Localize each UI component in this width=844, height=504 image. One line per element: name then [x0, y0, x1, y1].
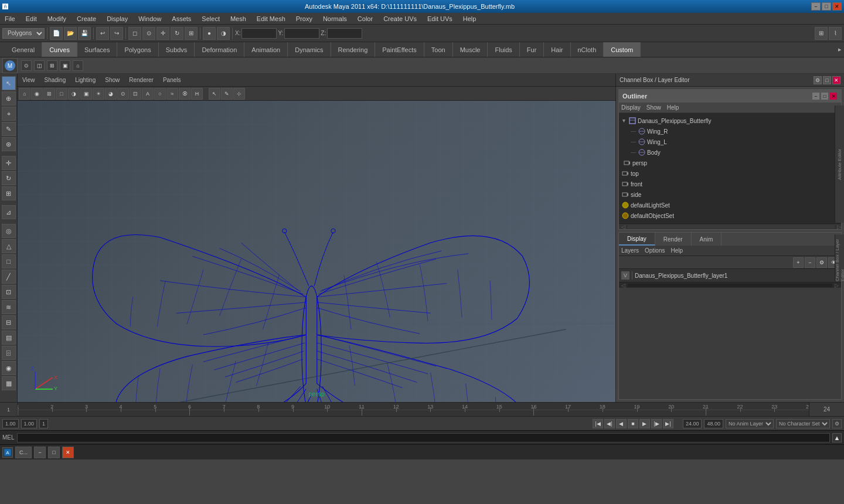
camera-btn[interactable]: ◉	[2, 361, 16, 375]
x-field[interactable]	[241, 28, 277, 39]
cb-icon-delete-layer[interactable]: −	[805, 257, 815, 268]
tab-hair[interactable]: Hair	[544, 42, 570, 57]
bridge-btn[interactable]: ≋	[2, 300, 16, 314]
menu-edit[interactable]: Edit	[23, 15, 39, 23]
channel-box-scroll[interactable]: ◁ ▷	[619, 282, 841, 288]
menu-display[interactable]: Display	[104, 15, 130, 23]
append-poly-btn[interactable]: □	[2, 254, 16, 268]
outliner-close-btn[interactable]: ✕	[829, 92, 838, 100]
vp-menu-show[interactable]: Show	[103, 76, 122, 84]
taskbar-close-btn[interactable]: ✕	[62, 447, 74, 458]
menu-create-uvs[interactable]: Create UVs	[381, 15, 419, 23]
cb-icon-new-layer[interactable]: +	[793, 257, 804, 268]
tree-item-body[interactable]: — Body	[619, 147, 841, 158]
tree-item-wing-r[interactable]: — Wing_R	[619, 126, 841, 137]
maximize-button[interactable]: □	[822, 2, 831, 11]
outliner-maximize-btn[interactable]: □	[821, 92, 829, 100]
outliner-menu-help[interactable]: Help	[667, 104, 679, 111]
cb-close-btn[interactable]: ✕	[832, 76, 840, 84]
playback-options-btn[interactable]: ⚙	[832, 419, 842, 428]
create-poly-btn[interactable]: △	[2, 239, 16, 253]
cb-settings-btn[interactable]: ⚙	[814, 76, 822, 84]
taskbar-restore-btn[interactable]: □	[48, 447, 60, 458]
split-poly-btn[interactable]: ╱	[2, 270, 16, 284]
tree-item-default-object-set[interactable]: defaultObjectSet	[619, 210, 841, 221]
move-btn[interactable]: ✛	[2, 156, 16, 170]
open-scene-button[interactable]: 📂	[64, 27, 77, 40]
cb-subtab-options[interactable]: Options	[645, 247, 665, 254]
sculpt-btn[interactable]: ⊛	[2, 137, 16, 151]
vp-icon-dof[interactable]: ⦿	[179, 88, 190, 100]
vp-menu-panels[interactable]: Panels	[161, 76, 183, 84]
cb-subtab-help[interactable]: Help	[671, 247, 683, 254]
tab-polygons[interactable]: Polygons	[117, 42, 158, 57]
cb-tab-anim[interactable]: Anim	[692, 233, 722, 246]
rotate-btn[interactable]: ↻	[2, 171, 16, 185]
soft-select-btn[interactable]: ◎	[2, 224, 16, 238]
menu-assets[interactable]: Assets	[169, 15, 193, 23]
close-button[interactable]: ✕	[832, 2, 842, 11]
select-tool-btn[interactable]: ↖	[2, 76, 16, 90]
layer-visibility-toggle[interactable]: V	[621, 271, 629, 280]
tree-item-default-light-set[interactable]: defaultLightSet	[619, 200, 841, 210]
tab-surfaces[interactable]: Surfaces	[77, 42, 117, 57]
tab-muscle[interactable]: Muscle	[453, 42, 488, 57]
tab-fur[interactable]: Fur	[520, 42, 544, 57]
cb-tab-display[interactable]: Display	[619, 233, 655, 246]
cb-subtab-layers[interactable]: Layers	[621, 247, 639, 254]
scale-tool[interactable]: ⊞	[185, 27, 198, 40]
lasso-tool[interactable]: ⊙	[142, 27, 155, 40]
vp-icon-grid[interactable]: ⊞	[43, 88, 55, 100]
tab-rendering[interactable]: Rendering	[331, 42, 376, 57]
outliner-menu-show[interactable]: Show	[646, 104, 661, 111]
vp-icon-xray[interactable]: ⊙	[117, 88, 129, 100]
vp-icon-isolate[interactable]: ⊡	[130, 88, 141, 100]
tree-item-top[interactable]: top	[619, 168, 841, 179]
vp-icon-light[interactable]: ☀	[93, 88, 104, 100]
tab-scroll-right[interactable]: ▸	[836, 42, 844, 57]
scale-btn[interactable]: ⊞	[2, 186, 16, 200]
toolbar-icon-2[interactable]: ◫	[34, 60, 45, 71]
vp-icon-camera[interactable]: ◉	[31, 88, 43, 100]
vp-icon-paint[interactable]: ✎	[221, 88, 233, 100]
mel-input[interactable]	[17, 433, 830, 442]
toolbar-icon-3[interactable]: ⊞	[47, 60, 57, 71]
redo-button[interactable]: ↪	[110, 27, 123, 40]
taskbar-app-btn[interactable]: C...	[15, 447, 32, 458]
channel-box-side-tab[interactable]: Channel Box / Layer Editor	[835, 234, 844, 281]
vp-icon-ao[interactable]: ○	[154, 88, 166, 100]
tab-animation[interactable]: Animation	[244, 42, 288, 57]
show-manip-btn[interactable]: ⊿	[2, 205, 16, 219]
outliner-menu-display[interactable]: Display	[621, 104, 641, 111]
extrude-face-btn[interactable]: ⊡	[2, 285, 16, 299]
tab-fluids[interactable]: Fluids	[488, 42, 519, 57]
vp-icon-shadow[interactable]: ◕	[105, 88, 117, 100]
tab-painteffects[interactable]: PaintEffects	[375, 42, 424, 57]
vp-icon-aa[interactable]: A	[142, 88, 154, 100]
tab-curves[interactable]: Curves	[42, 42, 77, 57]
range-start-field[interactable]: 1.00	[21, 419, 38, 428]
toolbar-icon-1[interactable]: ⊙	[21, 60, 32, 71]
menu-help[interactable]: Help	[461, 15, 479, 23]
minimize-button[interactable]: −	[811, 2, 821, 11]
play-fwd-btn[interactable]: ▶	[639, 419, 650, 428]
vp-icon-texture[interactable]: ▣	[80, 88, 92, 100]
menu-create[interactable]: Create	[74, 15, 98, 23]
save-scene-button[interactable]: 💾	[78, 27, 91, 40]
stop-btn[interactable]: ■	[628, 419, 638, 428]
ipr-button[interactable]: ◑	[217, 27, 230, 40]
menu-modify[interactable]: Modify	[45, 15, 69, 23]
vp-icon-snap[interactable]: ⊹	[233, 88, 245, 100]
vp-menu-shading[interactable]: Shading	[42, 76, 69, 84]
menu-window[interactable]: Window	[136, 15, 164, 23]
polygon-mode-dropdown[interactable]: Polygons	[2, 28, 45, 39]
outliner-scroll[interactable]: ◁ ▷	[619, 223, 841, 229]
z-field[interactable]	[327, 28, 362, 39]
y-field[interactable]	[284, 28, 319, 39]
new-scene-button[interactable]: 📄	[50, 27, 63, 40]
rotate-tool[interactable]: ↻	[171, 27, 183, 40]
timeline[interactable]: 1 12345678910111213141516171819202122232…	[0, 402, 844, 416]
timeline-track[interactable]: 123456789101112131415161718192021222324	[18, 403, 809, 416]
mel-scroll-btn[interactable]: ▲	[832, 433, 842, 442]
play-back-btn[interactable]: ◀	[616, 419, 627, 428]
